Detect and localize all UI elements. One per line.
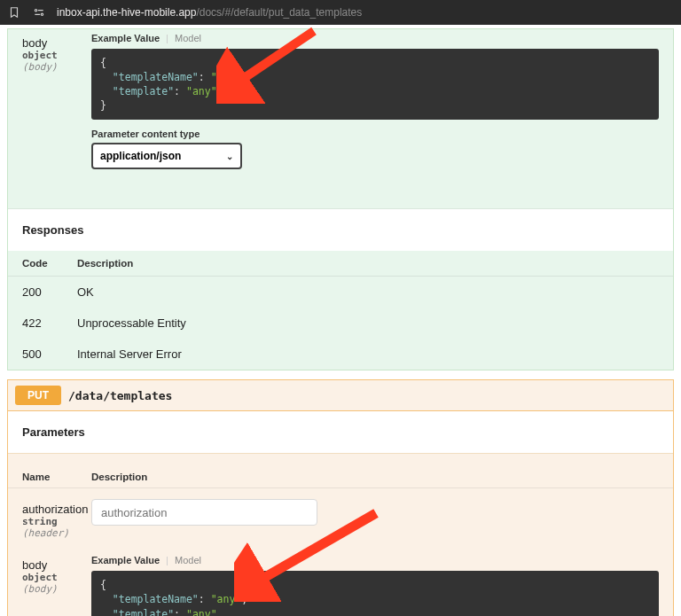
- param-type: object: [22, 572, 91, 583]
- param-meta: body object (body): [22, 555, 91, 616]
- param-type: string: [22, 516, 91, 527]
- param-row-body: body object (body) Example Value | Model…: [8, 29, 673, 173]
- http-method-badge: PUT: [15, 386, 61, 405]
- param-loc: (body): [22, 583, 91, 595]
- col-desc-head: Description: [77, 258, 659, 269]
- param-value-area: Example Value | Model { "templateName": …: [91, 33, 659, 169]
- example-json[interactable]: { "templateName": "any", "template": "an…: [91, 571, 659, 616]
- model-tabs: Example Value | Model: [91, 555, 659, 565]
- response-row: 422 Unprocessable Entity: [8, 308, 673, 339]
- url-path: /docs/#/default/put_data_templates: [196, 6, 362, 19]
- param-value-area: [91, 499, 659, 539]
- tab-example[interactable]: Example Value: [91, 555, 160, 565]
- authorization-input[interactable]: [91, 499, 317, 526]
- site-settings-icon[interactable]: [32, 5, 46, 19]
- bookmark-icon[interactable]: [7, 5, 21, 19]
- col-code-head: Code: [22, 258, 77, 269]
- url-host: inbox-api.the-hive-mobile.app: [57, 6, 196, 19]
- resp-code: 500: [22, 347, 77, 361]
- tab-model[interactable]: Model: [175, 33, 201, 43]
- operation-panel-1: body object (body) Example Value | Model…: [7, 28, 674, 370]
- endpoint-path: /data/templates: [68, 389, 172, 402]
- param-value-area: Example Value | Model { "templateName": …: [91, 555, 659, 616]
- resp-desc: OK: [77, 285, 659, 299]
- parameters-heading: Parameters: [8, 411, 673, 453]
- url-bar[interactable]: inbox-api.the-hive-mobile.app/docs/#/def…: [57, 6, 362, 19]
- param-meta: authorization string (header): [22, 499, 91, 539]
- param-name: body: [22, 36, 91, 50]
- example-json[interactable]: { "templateName": "any", "template": "an…: [91, 49, 659, 120]
- responses-heading: Responses: [8, 209, 673, 251]
- param-meta: body object (body): [22, 33, 91, 169]
- param-loc: (body): [22, 61, 91, 73]
- svg-point-0: [35, 10, 36, 12]
- svg-point-1: [41, 13, 43, 15]
- param-name: authorization: [22, 503, 91, 516]
- params-header-row: Name Description: [8, 466, 673, 488]
- tab-example[interactable]: Example Value: [91, 33, 160, 43]
- resp-code: 200: [22, 285, 77, 299]
- responses-header-row: Code Description: [8, 251, 673, 277]
- resp-desc: Unprocessable Entity: [77, 316, 659, 330]
- content-type-select[interactable]: application/json ⌄: [91, 143, 242, 169]
- browser-topbar: inbox-api.the-hive-mobile.app/docs/#/def…: [0, 0, 681, 25]
- param-row-body: body object (body) Example Value | Model…: [8, 551, 673, 616]
- tab-model[interactable]: Model: [175, 555, 201, 565]
- chevron-down-icon: ⌄: [226, 152, 233, 161]
- col-desc-head: Description: [91, 472, 659, 482]
- response-row: 500 Internal Server Error: [8, 339, 673, 370]
- content-type-value: application/json: [100, 150, 181, 162]
- param-name: body: [22, 558, 91, 572]
- resp-desc: Internal Server Error: [77, 347, 659, 361]
- resp-code: 422: [22, 316, 77, 330]
- model-tabs: Example Value | Model: [91, 33, 659, 43]
- param-loc: (header): [22, 527, 91, 539]
- content-type-label: Parameter content type: [91, 129, 659, 139]
- operation-panel-put: PUT /data/templates Parameters Name Desc…: [7, 379, 674, 616]
- param-row-authorization: authorization string (header): [8, 495, 673, 542]
- col-name-head: Name: [22, 472, 91, 482]
- response-row: 200 OK: [8, 277, 673, 308]
- operation-header[interactable]: PUT /data/templates: [8, 380, 673, 411]
- param-type: object: [22, 50, 91, 61]
